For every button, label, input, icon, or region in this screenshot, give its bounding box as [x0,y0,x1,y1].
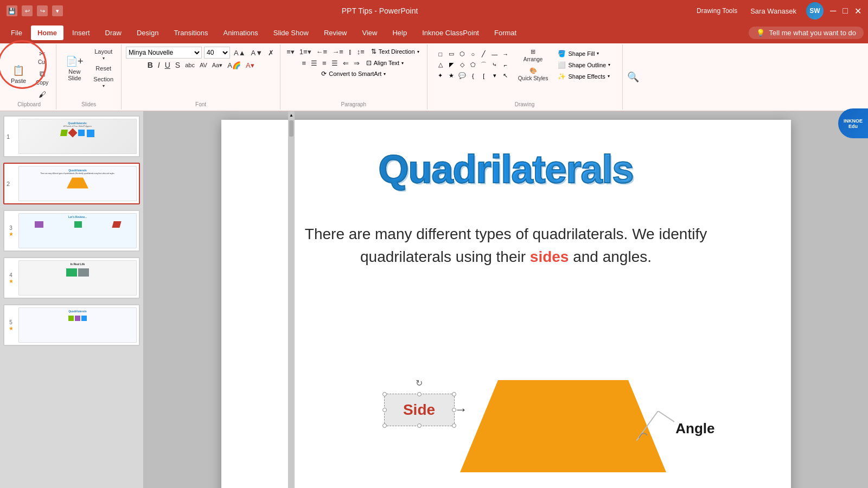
menu-transitions[interactable]: Transitions [167,25,214,40]
shape-star5[interactable]: ★ [446,71,456,81]
slide-thumb-1[interactable]: 1 Quadrilaterals: A Parade of Four-Sided… [3,115,140,157]
menu-home[interactable]: Home [31,25,63,40]
shape-snip-rect[interactable]: ⬡ [457,49,467,59]
menu-draw[interactable]: Draw [99,25,128,40]
numbering-button[interactable]: 1≡▾ [298,47,313,56]
menu-slideshow[interactable]: Slide Show [267,25,315,40]
line-spacing-button[interactable]: ↕≡ [355,47,366,56]
shape-connector[interactable]: ⤷ [490,60,500,70]
slide-thumb-5[interactable]: 5★ Quadrilaterals [3,304,140,346]
paste-button[interactable]: 📋 Paste [7,58,30,91]
vertical-scrollbar[interactable]: ▲ [288,111,295,488]
minimize-icon[interactable]: ─ [830,6,836,16]
clear-format-button[interactable]: ✗ [266,48,276,57]
align-center-button[interactable]: ☰ [309,59,319,68]
handle-tl[interactable] [382,392,387,396]
reset-button[interactable]: Reset [90,63,117,73]
shape-outline-button[interactable]: ⬜ Shape Outline ▾ [554,60,614,70]
shadow-button[interactable]: S [174,60,182,70]
shape-star4[interactable]: ✦ [436,71,445,81]
rtl-button[interactable]: ⇐ [341,59,350,68]
customize-icon[interactable]: ▾ [52,5,63,16]
shape-arrow[interactable]: → [501,49,510,59]
menu-format[interactable]: Format [488,25,523,40]
menu-file[interactable]: File [4,25,29,40]
maximize-icon[interactable]: □ [843,6,848,16]
scroll-thumb[interactable] [289,120,293,137]
italic-button[interactable]: I [156,60,162,70]
handle-bc[interactable] [417,423,422,428]
font-color-button[interactable]: A▾ [244,61,256,70]
slide-thumb-3[interactable]: 3★ Let's Review... [3,210,140,252]
titlebar-left[interactable]: 💾 ↩ ↪ ▾ [7,5,63,16]
highlight-color-button[interactable]: A🌈 [226,61,242,70]
search-icon[interactable]: 🔍 [627,71,639,83]
menu-inknoe[interactable]: Inknoe ClassPoint [416,25,486,40]
inknoe-badge[interactable]: INKNOE Edu [838,111,868,138]
copy-button[interactable]: ⧉ Copy [33,68,52,87]
menu-animations[interactable]: Animations [217,25,265,40]
ltr-button[interactable]: ⇒ [352,59,361,68]
undo-icon[interactable]: ↩ [22,5,33,16]
quick-styles-button[interactable]: 🎨 Quick Styles [515,66,552,83]
decrease-font-button[interactable]: A▼ [250,48,265,57]
scroll-up-button[interactable]: ▲ [288,111,295,119]
shape-fill-button[interactable]: 🪣 Shape Fill ▾ [554,49,614,59]
strikethrough-button[interactable]: abc [183,61,196,69]
shape-circle[interactable]: ○ [468,49,478,59]
shape-rounded-rect[interactable]: ▭ [446,49,456,59]
rotate-handle[interactable]: ↻ [416,378,423,388]
font-name-select[interactable]: Minya Nouvelle [126,47,202,59]
bold-button[interactable]: B [146,60,155,70]
menu-view[interactable]: View [356,25,384,40]
format-painter-button[interactable]: 🖌 [33,88,52,100]
window-controls[interactable]: ─ □ ✕ [830,6,861,16]
handle-ml[interactable] [382,408,387,412]
shape-diamond[interactable]: ◇ [457,60,467,70]
text-direction-button[interactable]: ⇅ Text Direction ▾ [368,47,423,56]
columns-button[interactable]: ⫿ [347,47,354,56]
justify-button[interactable]: ☰ [330,59,340,68]
menu-help[interactable]: Help [386,25,413,40]
user-avatar[interactable]: SW [806,2,824,20]
shape-rtriangle[interactable]: ◤ [446,60,456,70]
redo-icon[interactable]: ↪ [37,5,48,16]
align-left-button[interactable]: ≡ [300,59,308,68]
shape-line1[interactable]: ╱ [479,49,489,59]
align-text-button[interactable]: ⊡ Align Text ▾ [363,58,407,68]
save-icon[interactable]: 💾 [7,5,17,16]
shape-extra1[interactable]: ↖ [501,71,510,81]
menu-design[interactable]: Design [130,25,165,40]
canvas-area[interactable]: ▲ Quadrilaterals There are many differen… [144,111,868,488]
close-icon[interactable]: ✕ [854,6,861,16]
slide-thumb-4[interactable]: 4★ In Real Life [3,257,140,299]
handle-tc[interactable] [417,392,422,396]
slide-thumb-2[interactable]: 2 Quadrilaterals There are many differen… [3,163,140,204]
titlebar-right[interactable]: Drawing Tools Sara Wanasek SW ─ □ ✕ [697,2,861,20]
shape-line2[interactable]: — [490,49,500,59]
shape-brace[interactable]: { [468,71,478,81]
new-slide-button[interactable]: 📄+ New Slide [61,52,88,85]
tell-me-bar[interactable]: 💡 Tell me what you want to do [749,27,864,39]
shape-pentagon[interactable]: ⬠ [468,60,478,70]
ribbon-search[interactable]: 🔍 [623,44,643,110]
shape-curve[interactable]: ⌒ [479,60,489,70]
bullets-button[interactable]: ≡▾ [285,47,296,56]
arrange-button[interactable]: ⊞ Arrange [515,47,552,64]
shape-more[interactable]: ▾ [490,71,500,81]
increase-font-button[interactable]: A▲ [232,48,247,57]
change-case-button[interactable]: Aa▾ [210,61,224,69]
menu-insert[interactable]: Insert [66,25,97,40]
shape-callout[interactable]: 💬 [457,71,467,81]
font-size-select[interactable]: 40 [204,47,230,59]
increase-indent-button[interactable]: →≡ [330,47,345,56]
underline-button[interactable]: U [163,60,172,70]
align-right-button[interactable]: ≡ [321,59,328,68]
char-spacing-button[interactable]: AV [198,61,209,69]
decrease-indent-button[interactable]: ←≡ [315,47,329,56]
shape-effects-button[interactable]: ✨ Shape Effects ▾ [554,72,614,81]
layout-button[interactable]: Layout ▾ [90,47,117,62]
cut-button[interactable]: ✂ Cut [33,48,52,67]
shape-bracket[interactable]: [ [479,71,489,81]
shape-triangle[interactable]: △ [436,60,445,70]
